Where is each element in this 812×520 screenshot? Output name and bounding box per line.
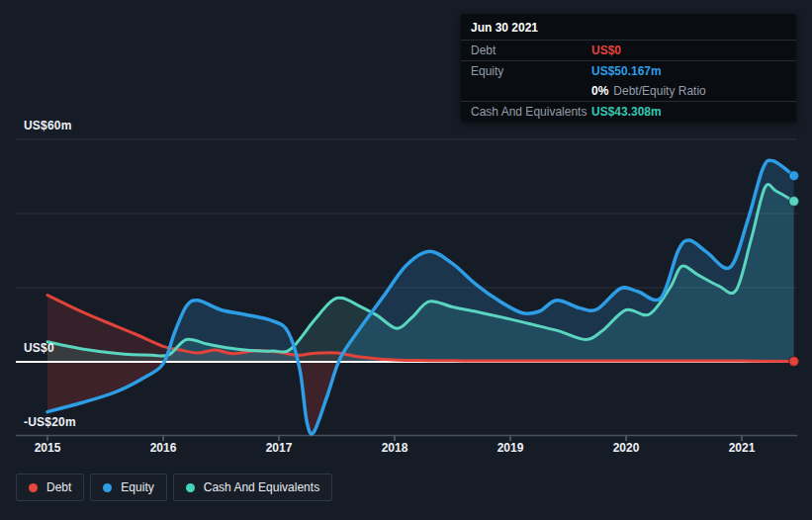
- x-axis-label-2019: 2019: [489, 441, 532, 455]
- legend-item-debt[interactable]: Debt: [16, 474, 84, 501]
- x-axis-label-2017: 2017: [257, 441, 301, 455]
- equity-endpoint-marker: [789, 171, 799, 181]
- tooltip-cash-row: Cash And Equivalents US$43.308m: [461, 102, 796, 122]
- legend-item-label: Debt: [46, 481, 71, 493]
- tooltip-cash-label: Cash And Equivalents: [471, 105, 591, 119]
- tooltip-cash-value: US$43.308m: [591, 105, 662, 119]
- legend-item-label: Equity: [121, 481, 153, 493]
- equity-area: [47, 160, 794, 434]
- tooltip-ratio-value: 0%: [591, 84, 608, 98]
- chart-tooltip: Jun 30 2021 Debt US$0 Equity US$50.167m …: [461, 14, 796, 122]
- tooltip-date: Jun 30 2021: [461, 14, 796, 41]
- equity-dot-icon: [103, 483, 112, 492]
- x-axis-label-2020: 2020: [604, 441, 648, 455]
- cash-and-equivalents-endpoint-marker: [789, 197, 799, 207]
- tooltip-equity-label: Equity: [471, 64, 591, 78]
- legend-item-label: Cash And Equivalents: [204, 481, 319, 493]
- y-axis-label-60m: US$60m: [24, 119, 72, 132]
- debt-endpoint-marker: [789, 357, 799, 367]
- y-axis-label-0m: US$0: [24, 341, 54, 355]
- tooltip-equity-row: Equity US$50.167m: [461, 61, 796, 81]
- x-axis-label-2018: 2018: [373, 441, 416, 455]
- cash-and-equivalents-dot-icon: [186, 483, 195, 492]
- legend-item-equity[interactable]: Equity: [90, 474, 166, 501]
- tooltip-debt-label: Debt: [471, 43, 591, 57]
- tooltip-debt-row: Debt US$0: [461, 41, 796, 61]
- x-axis-label-2021: 2021: [720, 441, 764, 455]
- x-axis-label-2015: 2015: [26, 441, 69, 455]
- debt-dot-icon: [29, 483, 38, 492]
- tooltip-equity-value: US$50.167m: [591, 64, 662, 78]
- legend-item-cash-and-equivalents[interactable]: Cash And Equivalents: [173, 474, 332, 501]
- tooltip-ratio-label: Debt/Equity Ratio: [613, 84, 705, 98]
- tooltip-debt-value: US$0: [591, 43, 621, 57]
- debt-equity-history-chart: US$60mUS$0-US$20m 2015201620172018201920…: [0, 0, 812, 520]
- chart-legend: DebtEquityCash And Equivalents: [16, 474, 332, 501]
- tooltip-ratio-row: 0%Debt/Equity Ratio: [461, 81, 796, 102]
- y-axis-label--20m: -US$20m: [24, 415, 76, 429]
- x-axis-label-2016: 2016: [141, 441, 185, 455]
